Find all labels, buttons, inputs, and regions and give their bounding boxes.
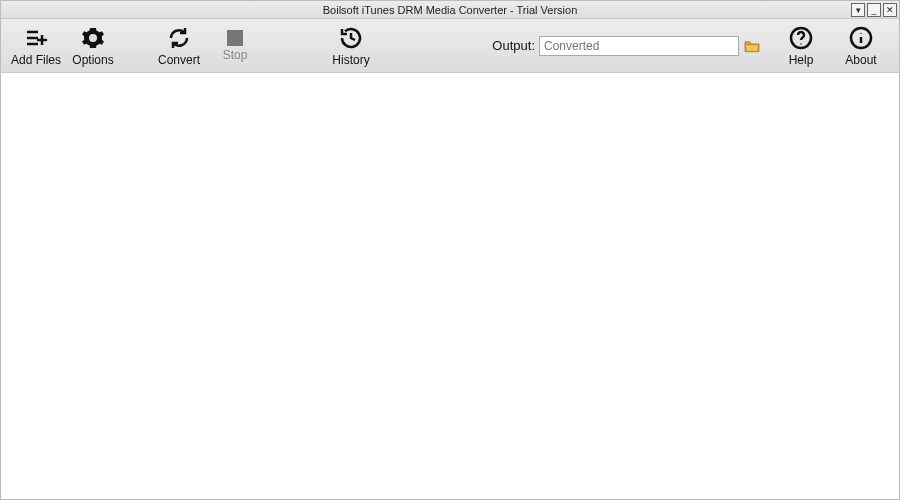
svg-point-9 [860, 32, 861, 33]
history-button[interactable]: History [323, 23, 379, 69]
options-button[interactable]: Options [65, 23, 121, 69]
browse-folder-button[interactable] [743, 39, 761, 53]
file-list-area [1, 73, 899, 500]
window-title: Boilsoft iTunes DRM Media Converter - Tr… [1, 4, 899, 16]
window-controls: ▾ _ ✕ [851, 3, 897, 17]
output-label: Output: [492, 38, 535, 53]
convert-icon [166, 25, 192, 51]
stop-label: Stop [223, 48, 248, 62]
history-label: History [332, 53, 369, 67]
add-files-icon [23, 25, 49, 51]
output-path-input[interactable] [539, 36, 739, 56]
output-area: Output: [492, 36, 761, 56]
convert-label: Convert [158, 53, 200, 67]
close-button[interactable]: ✕ [883, 3, 897, 17]
add-files-label: Add Files [11, 53, 61, 67]
svg-point-5 [90, 35, 96, 41]
help-label: Help [789, 53, 814, 67]
stop-icon [227, 30, 243, 46]
help-icon [788, 25, 814, 51]
right-tools: Help About [773, 23, 889, 69]
minimize-button[interactable]: _ [867, 3, 881, 17]
convert-button[interactable]: Convert [151, 23, 207, 69]
help-button[interactable]: Help [773, 23, 829, 69]
history-icon [338, 25, 364, 51]
options-label: Options [72, 53, 113, 67]
gear-icon [80, 25, 106, 51]
window-menu-button[interactable]: ▾ [851, 3, 865, 17]
add-files-button[interactable]: Add Files [7, 23, 65, 69]
about-label: About [845, 53, 876, 67]
toolbar: Add Files Options Convert Stop [1, 19, 899, 73]
about-button[interactable]: About [833, 23, 889, 69]
titlebar: Boilsoft iTunes DRM Media Converter - Tr… [1, 1, 899, 19]
stop-button: Stop [207, 28, 263, 64]
info-icon [848, 25, 874, 51]
svg-point-7 [800, 43, 801, 44]
